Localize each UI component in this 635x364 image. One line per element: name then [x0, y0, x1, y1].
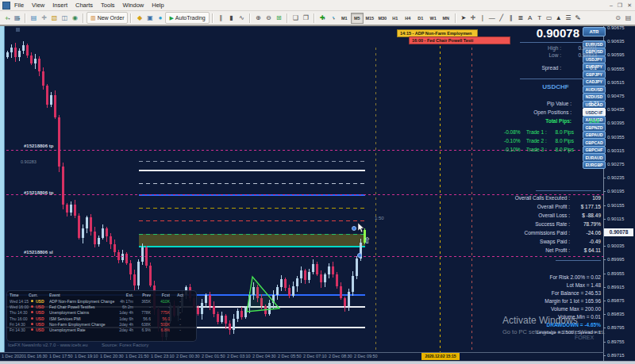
activate-windows-watermark: Activate Windows [502, 315, 578, 326]
horizontal-line [6, 256, 603, 257]
open-positions-label: Open Positions : [504, 109, 572, 115]
money-management-line: Lot Max = 1.48 [476, 282, 601, 288]
arrows-tool[interactable]: ▲ [554, 13, 564, 23]
vertical-line-tool[interactable]: ❘ [478, 13, 487, 23]
menu-file[interactable]: File [10, 2, 28, 9]
app-icon [2, 2, 10, 10]
news-impact-dot [31, 328, 33, 331]
horizontal-line [139, 183, 365, 184]
newsinfo-source: Source: Forex Factory [102, 343, 148, 347]
news-impact-dot [31, 323, 33, 325]
label-tool[interactable]: T [535, 13, 545, 23]
crosshair-tool[interactable]: ✛ [468, 13, 478, 23]
terminal-icon[interactable]: ◫ [60, 13, 70, 23]
stat-label: Swaps Paid : [476, 239, 570, 244]
zoom-in-icon[interactable]: ⊕ [253, 13, 264, 23]
time-axis[interactable] [0, 352, 604, 353]
autotrading-button[interactable]: ▶AutoTrading [165, 12, 209, 24]
pip-value: 9.21 [573, 101, 599, 106]
print-icon[interactable]: ▤ [623, 13, 633, 23]
new-chart-icon[interactable]: ＋▾ [2, 13, 12, 23]
candle [201, 303, 203, 314]
candle-timer: 1:50 [375, 216, 384, 220]
symbol-button-eurgbp[interactable]: EURGBP [583, 161, 606, 170]
candle [121, 254, 124, 260]
candle [320, 274, 322, 282]
horizontal-line-tool[interactable]: ― [487, 13, 497, 23]
menu-help[interactable]: Help [148, 2, 167, 9]
zoom-out-icon[interactable]: ⊖ [264, 13, 274, 23]
price-tick-label: 0.90355 [607, 135, 625, 140]
strategy-tester-icon[interactable]: ◉ [70, 13, 80, 23]
price-tick [603, 314, 606, 315]
navigator-icon[interactable]: ▧ [49, 13, 60, 23]
cursor-tool[interactable]: ➤ [459, 13, 468, 23]
news-header-act: Act [175, 293, 186, 297]
candlestick-chart-icon[interactable]: ▮ [226, 13, 237, 23]
fibonacci-tool[interactable]: ≣ [516, 13, 525, 23]
menu-charts[interactable]: Charts [71, 2, 97, 9]
candle [332, 266, 334, 274]
tile-windows-icon[interactable]: ⊞ [274, 13, 284, 23]
timeframe-m15[interactable]: M15 [364, 13, 376, 24]
menu-tools[interactable]: Tools [97, 2, 119, 9]
periods-icon[interactable]: ◔▾ [328, 13, 338, 23]
bar-chart-icon[interactable]: ∥ [216, 13, 226, 23]
stat-value: $ -88.49 [573, 213, 601, 218]
timeframe-m1[interactable]: M1 [338, 13, 351, 24]
menu-window[interactable]: Window [119, 2, 148, 9]
timeframe-w1[interactable]: W1 [427, 13, 440, 24]
indicators-icon[interactable]: ✚▾ [318, 13, 328, 23]
atr-button[interactable]: ATR [583, 27, 606, 36]
minimize-button[interactable]: – [610, 2, 613, 9]
timeframe-h1[interactable]: H1 [389, 13, 402, 24]
time-tick-label: 2 Dec 08:30 [329, 354, 352, 358]
trendline-tool[interactable]: ╱ [497, 13, 506, 23]
data-window-icon[interactable]: ✛ [39, 13, 49, 23]
new-order-button[interactable]: ▥New Order [87, 12, 128, 24]
metaeditor-icon[interactable]: ◆ [134, 13, 144, 23]
timeframe-d1[interactable]: D1 [414, 13, 427, 24]
chart-shift-strip[interactable] [0, 25, 5, 352]
trade-label: Trade 3 : [526, 147, 550, 152]
candle [340, 286, 342, 298]
pencil-tool[interactable]: ✎▾ [573, 13, 583, 23]
timeframe-mn[interactable]: MN [440, 13, 452, 24]
timeframe-m30[interactable]: M30 [376, 13, 389, 24]
auto-scroll-icon[interactable]: ❏ [291, 13, 301, 23]
trade-label: Trade 2 : [526, 138, 550, 144]
low-label: Low : [514, 52, 561, 58]
price-tick-label: 0.90155 [607, 203, 625, 208]
print-preview-icon[interactable]: ▣ [144, 13, 155, 23]
stat-label: Success Rate : [476, 221, 570, 227]
price-tick-label: 0.89835 [607, 312, 625, 316]
toolbar-separator [314, 13, 315, 23]
channel-tool[interactable]: ∥ [506, 13, 516, 23]
candle [50, 95, 52, 105]
chart-profiles-icon[interactable]: ▦▾ [12, 13, 22, 23]
restore-button[interactable]: ❐ [618, 2, 622, 9]
menu-view[interactable]: View [28, 2, 48, 9]
line-chart-icon[interactable]: ∿ [237, 13, 247, 23]
news-time: Wed 14:15 [10, 299, 30, 304]
stat-value: $ 177.15 [573, 204, 601, 209]
timeframe-m5[interactable]: M5 [351, 13, 364, 24]
close-button[interactable]: ✕ [627, 2, 632, 9]
price-tick [603, 342, 606, 343]
news-est: 1day 4h [116, 310, 133, 315]
shapes-tool[interactable]: ▭ [545, 13, 554, 23]
news-impact-dot [31, 317, 33, 320]
candle [62, 167, 64, 205]
timeframe-h4[interactable]: H4 [402, 13, 414, 24]
text-tool[interactable]: A [525, 13, 535, 23]
new-order-button-icon: ▥ [90, 15, 96, 21]
news-time: Fri 14:30 [10, 328, 30, 332]
market-watch-icon[interactable]: ▤ [29, 13, 39, 23]
toolbar-separator [212, 13, 214, 23]
objects-list-tool[interactable]: ☰ [564, 13, 573, 23]
search-icon[interactable]: ⊙ [613, 13, 623, 23]
chart-shift-icon[interactable]: ❐ [301, 13, 311, 23]
community-icon[interactable]: ● [155, 13, 165, 23]
candle [229, 324, 231, 330]
menu-insert[interactable]: Insert [48, 2, 71, 9]
